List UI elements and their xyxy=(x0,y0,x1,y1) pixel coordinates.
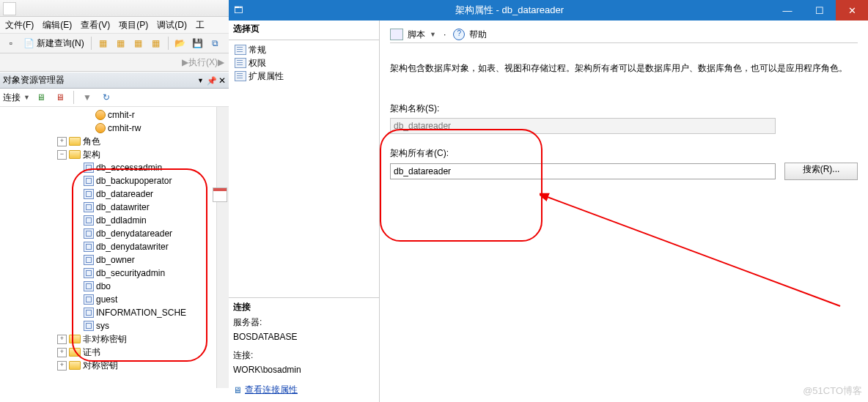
script-dropdown-icon[interactable]: ▼ xyxy=(430,31,436,38)
menu-debug[interactable]: 调试(D) xyxy=(155,18,189,33)
open-icon[interactable]: 📂 xyxy=(172,35,188,51)
tree-folder-sym[interactable]: +对称密钥 xyxy=(0,359,229,372)
tree-label: db_securityadmin xyxy=(96,268,165,278)
dialog-title: 架构属性 - db_datareader xyxy=(248,4,771,17)
schema-properties-dialog: 🗔 架构属性 - db_datareader — ☐ ✕ 选择页 常规 权限 扩… xyxy=(229,0,868,402)
select-page-header: 选择页 xyxy=(229,21,379,40)
dialog-left-pane: 选择页 常规 权限 扩展属性 连接 服务器: BOSDATABASE 连接: W… xyxy=(229,21,380,402)
menu-project[interactable]: 项目(P) xyxy=(117,18,150,33)
schema-icon xyxy=(84,321,94,331)
tree-schema-item[interactable]: db_datareader xyxy=(0,187,229,201)
tree-schema-item[interactable]: db_backupoperator xyxy=(0,174,229,187)
dialog-titlebar[interactable]: 🗔 架构属性 - db_datareader — ☐ ✕ xyxy=(229,0,868,21)
new-query-label: 新建查询(N) xyxy=(37,37,84,50)
pin-icon[interactable]: 📌 xyxy=(207,76,216,85)
db-icon-4[interactable]: ▦ xyxy=(148,35,164,51)
folder-icon xyxy=(69,347,81,357)
separator-dot: · xyxy=(444,29,446,40)
page-permissions[interactable]: 权限 xyxy=(230,56,378,70)
page-label: 权限 xyxy=(249,57,266,70)
tree-schema-item[interactable]: db_datawriter xyxy=(0,201,229,214)
view-connection-link[interactable]: 查看连接属性 xyxy=(245,384,298,396)
tree-folder-roles[interactable]: +角色 xyxy=(0,135,229,148)
object-explorer-label: 对象资源管理器 xyxy=(3,74,65,86)
tree-scrollbar[interactable] xyxy=(216,107,229,388)
ssms-titlebar xyxy=(0,0,229,17)
save-icon[interactable]: 💾 xyxy=(190,35,206,51)
window-tab-icon xyxy=(3,2,16,15)
db-icon-1[interactable]: ▦ xyxy=(95,35,111,51)
page-general[interactable]: 常规 xyxy=(230,43,378,56)
schema-description: 架构包含数据库对象，如表、视图和存储过程。架构所有者可以是数据库用户、数据库角色… xyxy=(390,62,858,75)
tree-schema-item[interactable]: db_ddladmin xyxy=(0,214,229,227)
search-button[interactable]: 搜索(R)... xyxy=(784,163,858,180)
script-toolbar: 脚本 ▼ · ? 帮助 xyxy=(390,26,858,43)
tree-schema-item[interactable]: db_owner xyxy=(0,253,229,267)
save-all-icon[interactable]: ⧉ xyxy=(207,35,224,51)
tree-schema-item[interactable]: INFORMATION_SCHE xyxy=(0,306,229,319)
tree-schema-item[interactable]: db_securityadmin xyxy=(0,267,229,280)
folder-icon xyxy=(69,334,81,344)
annotation-arrow xyxy=(540,189,847,313)
script-label[interactable]: 脚本 xyxy=(408,29,425,41)
connection-props-icon: 🖥 xyxy=(233,385,242,395)
calendar-icon xyxy=(213,187,227,202)
menu-edit[interactable]: 编辑(E) xyxy=(40,18,74,33)
db-icon-3[interactable]: ▦ xyxy=(130,35,147,51)
schema-name-label: 架构名称(S): xyxy=(390,103,858,115)
page-extended[interactable]: 扩展属性 xyxy=(230,70,378,83)
schema-icon xyxy=(84,255,94,265)
tree-schema-item[interactable]: db_accessadmin xyxy=(0,161,229,174)
schema-icon xyxy=(84,189,94,199)
tree-folder-schemas[interactable]: −架构 xyxy=(0,148,229,161)
tree-schema-item[interactable]: guest xyxy=(0,293,229,306)
object-tree[interactable]: cmhit-r cmhit-rw +角色 −架构 db_accessadmin … xyxy=(0,107,229,388)
toolbar-main: ▫ 📄 新建查询(N) ▦ ▦ ▦ ▦ 📂 💾 ⧉ xyxy=(0,34,229,53)
tree-label: db_accessadmin xyxy=(96,163,162,173)
expander-icon[interactable]: + xyxy=(57,137,67,146)
expander-icon[interactable]: + xyxy=(57,348,67,357)
expander-icon[interactable]: + xyxy=(57,335,67,344)
tree-label: cmhit-r xyxy=(108,110,135,120)
refresh-icon[interactable]: ↻ xyxy=(98,89,114,105)
expander-icon[interactable]: − xyxy=(57,150,67,160)
menu-tools[interactable]: 工 xyxy=(194,18,207,33)
tree-schema-item[interactable]: sys xyxy=(0,319,229,332)
expander-icon[interactable]: + xyxy=(57,361,67,371)
tree-user-cmhit-r[interactable]: cmhit-r xyxy=(0,108,229,122)
tree-schema-item[interactable]: db_denydatawriter xyxy=(0,240,229,253)
ssms-main-window: 文件(F) 编辑(E) 查看(V) 项目(P) 调试(D) 工 ▫ 📄 新建查询… xyxy=(0,0,229,402)
filter-icon[interactable]: ▼ xyxy=(79,89,95,105)
menu-file[interactable]: 文件(F) xyxy=(3,18,36,33)
separator xyxy=(73,91,74,104)
minimize-button[interactable]: — xyxy=(771,0,803,21)
connect-icon[interactable]: 🖥 xyxy=(33,89,49,105)
watermark: @51CTO博客 xyxy=(803,384,862,398)
dialog-right-pane: 脚本 ▼ · ? 帮助 架构包含数据库对象，如表、视图和存储过程。架构所有者可以… xyxy=(380,21,868,402)
maximize-button[interactable]: ☐ xyxy=(803,0,836,21)
tree-label: db_denydatawriter xyxy=(96,242,169,252)
new-query-icon: 📄 xyxy=(23,38,34,48)
connect-toolbar: 连接▼ 🖥 🖥 ▼ ↻ xyxy=(0,89,229,107)
tree-folder-cert[interactable]: +证书 xyxy=(0,346,229,359)
tree-label: 角色 xyxy=(83,135,100,148)
user-icon xyxy=(95,123,106,133)
tree-folder-asym[interactable]: +非对称密钥 xyxy=(0,332,229,346)
close-button[interactable]: ✕ xyxy=(836,0,868,21)
tree-schema-item[interactable]: dbo xyxy=(0,280,229,293)
disconnect-icon[interactable]: 🖥 xyxy=(52,89,68,105)
menu-bar[interactable]: 文件(F) 编辑(E) 查看(V) 项目(P) 调试(D) 工 xyxy=(0,17,229,34)
db-icon-2[interactable]: ▦ xyxy=(113,35,129,51)
menu-view[interactable]: 查看(V) xyxy=(78,18,112,33)
project-icon[interactable]: ▫ xyxy=(3,35,19,51)
schema-owner-input[interactable]: db_datareader xyxy=(390,163,776,179)
dropdown-icon[interactable]: ▼ xyxy=(197,77,204,84)
schema-icon xyxy=(84,202,94,212)
tree-label: INFORMATION_SCHE xyxy=(96,308,186,318)
new-query-button[interactable]: 📄 新建查询(N) xyxy=(21,36,87,51)
tree-user-cmhit-rw[interactable]: cmhit-rw xyxy=(0,122,229,135)
close-pane-icon[interactable]: ✕ xyxy=(218,75,226,86)
tree-schema-item[interactable]: db_denydatareader xyxy=(0,227,229,240)
schema-icon xyxy=(84,215,94,226)
help-label[interactable]: 帮助 xyxy=(469,29,487,41)
